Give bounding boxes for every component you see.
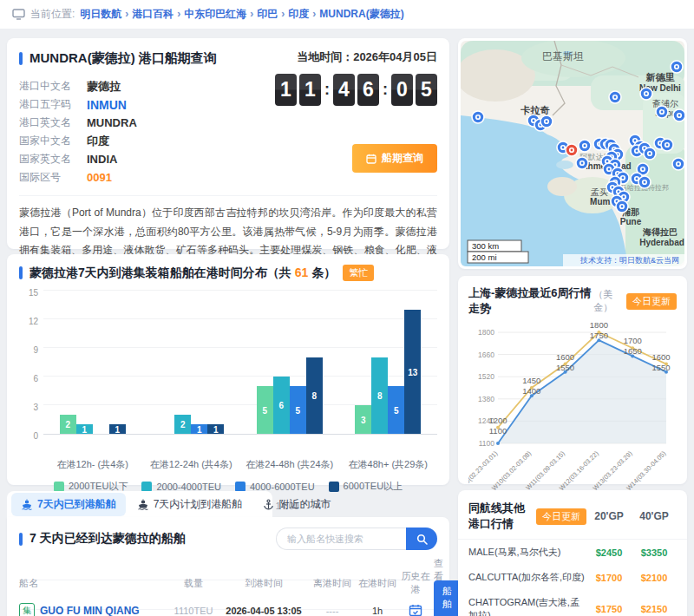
port-marker[interactable] (640, 88, 652, 100)
map-gulf (556, 161, 573, 169)
breadcrumb-link[interactable]: 明日数航 (80, 8, 121, 20)
trend-point (496, 442, 500, 445)
port-marker[interactable] (672, 158, 684, 170)
clock-digit: 1 (275, 74, 297, 106)
price-update-badge: 今日更新 (536, 508, 586, 525)
bar-slot: 8 (306, 357, 323, 434)
bar-2000TEU以下[interactable]: 2 (60, 415, 76, 434)
bar-6000TEU以上[interactable]: 8 (306, 357, 323, 434)
legend-label: 2000-4000TEU (156, 482, 221, 492)
y-tick-label: 3 (33, 403, 38, 412)
bar-2000TEU以下[interactable]: 3 (355, 405, 371, 434)
trend-y-label: 1800 (478, 328, 494, 337)
monitor-icon (12, 9, 25, 20)
port-marker[interactable] (540, 115, 553, 128)
search-icon (416, 534, 428, 545)
port-marker[interactable] (644, 147, 656, 160)
bar-slot: 1 (207, 424, 224, 434)
local-time-label: 当地时间： (297, 50, 353, 63)
col-20gp: 20'GP (586, 510, 632, 522)
breadcrumb-separator: › (177, 8, 180, 20)
ship-search-input[interactable] (276, 528, 406, 550)
field-label: 国家英文名 (19, 152, 87, 167)
bar-value-label: 5 (388, 405, 404, 415)
tab-nearby-cities[interactable]: 附近的城市 (253, 493, 340, 516)
bar-6000TEU以上[interactable]: 1 (109, 424, 126, 434)
bar-slot: 6 (273, 377, 290, 434)
bar-2000-4000TEU[interactable]: 2 (174, 415, 191, 434)
price-port-name: MALE(马累,马尔代夫) (468, 546, 586, 559)
bar-2000TEU以下[interactable]: 5 (257, 386, 273, 434)
ship-name-link[interactable]: GUO FU MIN QIANG (40, 605, 140, 616)
port-marker[interactable] (616, 200, 628, 213)
port-duration-cell: 1h (357, 606, 397, 616)
breadcrumb-link[interactable]: MUNDRA(蒙德拉) (319, 8, 403, 20)
breadcrumb-link[interactable]: 印巴 (257, 8, 278, 20)
legend-item[interactable]: 6000TEU以上 (329, 480, 403, 493)
mundra-marker[interactable] (566, 144, 578, 156)
trend-line-chart: 1100124013801520166018001200110014501400… (468, 322, 675, 494)
ship-search-button[interactable] (406, 528, 437, 550)
field-value: 0091 (87, 171, 112, 184)
bar-group: 38513 (339, 292, 438, 434)
ship-icon (21, 499, 33, 510)
bar-slot: 13 (404, 310, 421, 434)
ship-locate-button[interactable]: 船舶定位 (434, 610, 461, 616)
breadcrumb-separator: › (312, 8, 316, 20)
tab-label: 7天内计划到港船舶 (154, 497, 243, 512)
bar-slot: 5 (257, 386, 273, 434)
breadcrumb-link[interactable]: 印度 (288, 8, 309, 20)
field-label: 国家中文名 (19, 134, 87, 148)
trend-value-label: 1100 (489, 426, 507, 436)
ship-name-cell: 集GUO FU MIN QIANG (19, 603, 167, 616)
breadcrumb-link[interactable]: 中东印巴红海 (184, 8, 246, 20)
breadcrumb: 当前位置: 明日数航›港口百科›中东印巴红海›印巴›印度›MUNDRA(蒙德拉) (0, 0, 694, 29)
port-marker[interactable] (472, 111, 484, 123)
bar-2000-4000TEU[interactable]: 1 (76, 424, 93, 434)
tab-planned-ships[interactable]: 7天内计划到港船舶 (128, 493, 252, 516)
field-label: 国际区号 (19, 170, 87, 185)
bar-slot: 5 (388, 386, 404, 434)
table-header-cell: 历史在港 (397, 570, 434, 596)
ship-search (276, 528, 437, 550)
bar-4000-6000TEU[interactable]: 5 (388, 386, 404, 434)
bar-2000-4000TEU[interactable]: 6 (273, 377, 290, 434)
field-value: INDIA (87, 153, 117, 166)
departure-time-cell: ---- (307, 606, 357, 616)
trend-value-label: 1200 (488, 416, 507, 425)
history-calendar-icon[interactable] (409, 604, 422, 616)
price-rows: MALE(马累,马尔代夫)$2450$3350CALCUTTA(加尔各答,印度)… (458, 540, 687, 616)
bar-6000TEU以上[interactable]: 13 (404, 310, 421, 434)
port-marker[interactable] (656, 106, 668, 118)
breadcrumb-items: 明日数航›港口百科›中东印巴红海›印巴›印度›MUNDRA(蒙德拉) (80, 7, 403, 22)
trend-update-badge: 今日更新 (626, 293, 677, 310)
port-marker[interactable] (609, 91, 621, 103)
port-marker[interactable] (579, 140, 591, 152)
tab-arrived-ships[interactable]: 7天内已到港船舶 (11, 493, 126, 516)
bar-value-label: 5 (290, 405, 306, 415)
bar-4000-6000TEU[interactable]: 5 (290, 386, 306, 434)
trend-value-label: 1550 (651, 363, 670, 372)
map-city-label: 卡拉奇 (520, 105, 551, 115)
scale-km-label: 300 km (472, 241, 499, 251)
bar-category-label: 在港12-24h (共4条) (142, 458, 241, 471)
port-marker[interactable] (673, 109, 684, 121)
port-marker[interactable] (638, 176, 651, 188)
trend-y-label: 1660 (478, 351, 494, 359)
bar-6000TEU以上[interactable]: 1 (207, 424, 224, 434)
breadcrumb-prefix: 当前位置: (30, 7, 75, 22)
bar-value-label: 2 (174, 420, 191, 429)
trend-value-label: 1600 (651, 352, 670, 362)
port-marker[interactable] (671, 61, 683, 73)
map[interactable]: 巴基斯坦卡拉奇新德里New Delhi斋浦尔Jaipur阿默达巴德Ahmedab… (461, 41, 684, 266)
map-city-label: 孟买 (590, 187, 608, 197)
breadcrumb-link[interactable]: 港口百科 (132, 8, 174, 20)
bar-groups: 211211565838513 (43, 292, 437, 434)
schedule-query-button[interactable]: 船期查询 (352, 144, 437, 173)
tab-label: 7天内已到港船舶 (37, 497, 116, 512)
port-marker[interactable] (576, 157, 588, 169)
bar-2000-4000TEU[interactable]: 8 (371, 357, 388, 434)
ship-tabs: 7天内已到港船舶7天内计划到港船舶附近的城市 (7, 491, 272, 517)
port-marker[interactable] (661, 139, 673, 151)
bar-4000-6000TEU[interactable]: 1 (191, 424, 207, 434)
